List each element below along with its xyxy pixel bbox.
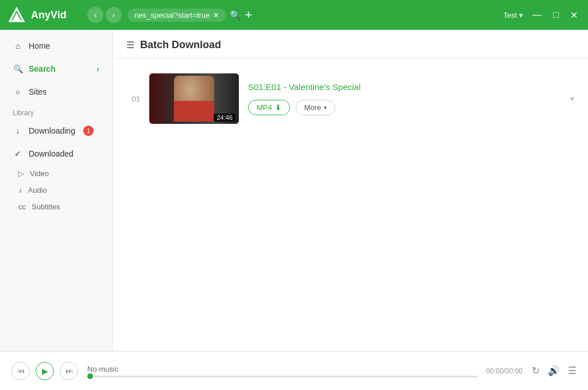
batch-icon: ☰ (126, 40, 134, 50)
more-options-button[interactable]: More ▾ (296, 100, 336, 115)
home-icon: ⌂ (13, 41, 23, 51)
video-duration: 24:46 (214, 114, 235, 122)
sidebar-item-search[interactable]: 🔍 Search › (3, 58, 109, 80)
video-title: S01:E01 - Valentine's Special (248, 82, 561, 92)
player-extra-controls: ↻ 🔊 ☰ (532, 365, 577, 377)
repeat-button[interactable]: ↻ (532, 365, 540, 377)
sidebar-item-downloaded[interactable]: ✓ Downloaded (3, 143, 109, 165)
collapse-icon[interactable]: ▾ (570, 94, 574, 103)
user-menu-button[interactable]: Test ▾ (503, 11, 523, 20)
tab-url: nes_special?start=true (134, 11, 210, 20)
progress-dot (87, 373, 93, 379)
url-search-button[interactable]: 🔍 (230, 10, 241, 21)
content-header: ☰ Batch Download (113, 30, 588, 58)
user-label: Test (503, 11, 517, 20)
queue-button[interactable]: ☰ (568, 365, 577, 377)
downloaded-label: Downloaded (29, 149, 74, 158)
user-chevron-icon: ▾ (519, 11, 523, 20)
audio-label: Audio (28, 186, 47, 194)
tab-bar: nes_special?start=true ✕ 🔍 + (127, 9, 497, 22)
downloaded-icon: ✓ (13, 149, 23, 159)
app-name: AnyVid (31, 9, 67, 21)
back-button[interactable]: ‹ (87, 7, 103, 23)
video-title-suffix: - Valentine's Special (281, 82, 361, 92)
home-label: Home (29, 41, 50, 50)
sidebar-item-sites[interactable]: ○ Sites (3, 81, 109, 103)
subtitles-label: Subtitles (32, 202, 60, 211)
sites-icon: ○ (13, 87, 23, 97)
library-section-label: Library (0, 103, 112, 119)
next-button[interactable]: ⏭ (60, 362, 78, 380)
sidebar-item-home[interactable]: ⌂ Home (3, 35, 109, 57)
mp4-download-button[interactable]: MP4 ⬇ (248, 100, 290, 115)
more-label: More (304, 103, 322, 112)
progress-bar[interactable] (87, 376, 477, 377)
sites-label: Sites (29, 87, 47, 96)
chevron-down-icon: ▾ (324, 104, 327, 111)
current-tab[interactable]: nes_special?start=true ✕ (127, 9, 226, 22)
sidebar-item-subtitles[interactable]: cc Subtitles (0, 198, 112, 215)
search-icon: 🔍 (13, 64, 23, 74)
sidebar-item-audio[interactable]: ♪ Audio (0, 182, 112, 198)
item-number: 01 (126, 95, 140, 103)
close-button[interactable]: ✕ (567, 9, 581, 22)
main-layout: ⌂ Home 🔍 Search › ○ Sites Library ↓ Down… (0, 30, 588, 351)
search-label: Search (29, 64, 56, 73)
titlebar: AnyVid ‹ › nes_special?start=true ✕ 🔍 + … (0, 0, 588, 30)
player-bar: ⏮ ▶ ⏭ No music 00:00/00:00 ↻ 🔊 ☰ (0, 351, 588, 390)
downloading-label: Downloading (29, 126, 75, 135)
nav-buttons: ‹ › (87, 7, 122, 23)
app-logo: AnyVid (7, 5, 82, 25)
sidebar-item-video[interactable]: ▷ Video (0, 165, 112, 182)
video-actions: MP4 ⬇ More ▾ (248, 100, 561, 115)
download-icon: ↓ (13, 126, 23, 136)
volume-button[interactable]: 🔊 (548, 365, 560, 377)
player-controls: ⏮ ▶ ⏭ (11, 362, 78, 380)
tab-close-button[interactable]: ✕ (213, 11, 219, 19)
thumbnail-image (174, 76, 214, 122)
minimize-button[interactable]: — (529, 9, 545, 22)
audio-icon: ♪ (18, 186, 22, 194)
window-controls: — □ ✕ (529, 9, 581, 22)
video-list: 01 24:46 S01:E01 - Valentine's Special (113, 58, 588, 351)
video-icon: ▷ (18, 169, 24, 178)
sidebar-item-downloading[interactable]: ↓ Downloading 1 (3, 120, 109, 142)
logo-icon (7, 5, 26, 25)
player-info: No music (87, 365, 477, 377)
downloading-badge: 1 (83, 126, 94, 136)
table-row: 01 24:46 S01:E01 - Valentine's Special (126, 68, 574, 130)
video-label: Video (30, 169, 49, 178)
new-tab-button[interactable]: + (245, 9, 252, 21)
play-button[interactable]: ▶ (36, 362, 54, 380)
maximize-button[interactable]: □ (550, 9, 562, 22)
player-track-title: No music (87, 365, 477, 373)
page-title: Batch Download (140, 39, 221, 51)
prev-button[interactable]: ⏮ (11, 362, 30, 380)
content-area: ☰ Batch Download 01 24:46 S01:E01 - Vale… (113, 30, 588, 351)
sidebar: ⌂ Home 🔍 Search › ○ Sites Library ↓ Down… (0, 30, 113, 351)
mp4-label: MP4 (257, 103, 272, 112)
video-thumbnail[interactable]: 24:46 (149, 73, 239, 124)
video-title-prefix: S01:E01 (248, 82, 281, 92)
search-arrow-icon: › (96, 64, 99, 73)
video-info: S01:E01 - Valentine's Special MP4 ⬇ More… (248, 82, 561, 115)
subtitles-icon: cc (18, 202, 26, 211)
player-time: 00:00/00:00 (486, 367, 523, 375)
download-arrow-icon: ⬇ (275, 103, 281, 112)
forward-button[interactable]: › (106, 7, 122, 23)
